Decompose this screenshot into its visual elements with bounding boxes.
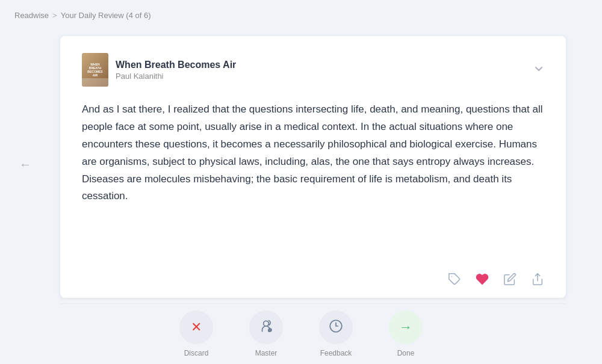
feedback-button[interactable]: Feedback: [319, 310, 353, 357]
edit-button[interactable]: [503, 273, 517, 286]
done-circle: →: [389, 310, 423, 344]
master-icon: $: [258, 318, 274, 337]
favorite-button[interactable]: [476, 273, 489, 286]
book-title: When Breath Becomes Air: [116, 60, 236, 70]
share-button[interactable]: [531, 273, 544, 286]
discard-icon: ✕: [191, 319, 202, 335]
breadcrumb-current: Your Daily Review (4 of 6): [61, 11, 151, 20]
back-button[interactable]: ←: [14, 152, 36, 176]
master-label: Master: [255, 349, 278, 357]
quote-text: And as I sat there, I realized that the …: [82, 101, 544, 263]
discard-button[interactable]: ✕ Discard: [179, 310, 213, 357]
bottom-toolbar: ✕ Discard $ Master: [0, 304, 602, 364]
feedback-icon: [328, 318, 344, 337]
feedback-label: Feedback: [320, 349, 352, 357]
feedback-circle: [319, 310, 353, 344]
book-author: Paul Kalanithi: [116, 72, 236, 81]
action-icons: [82, 263, 544, 286]
tag-button[interactable]: [448, 273, 461, 286]
collapse-button[interactable]: [533, 63, 544, 76]
svg-point-2: [264, 321, 269, 326]
done-button[interactable]: → Done: [389, 310, 423, 357]
discard-label: Discard: [184, 349, 209, 357]
book-header: WHENBREATHBECOMESAIR When Breath Becomes…: [82, 53, 544, 87]
breadcrumb-home[interactable]: Readwise: [14, 11, 49, 20]
breadcrumb-separator: >: [52, 11, 57, 20]
done-label: Done: [397, 349, 415, 357]
done-icon: →: [399, 319, 412, 335]
master-button[interactable]: $ Master: [249, 310, 283, 357]
review-card: WHENBREATHBECOMESAIR When Breath Becomes…: [60, 36, 566, 298]
book-cover: WHENBREATHBECOMESAIR: [82, 53, 108, 87]
discard-circle: ✕: [179, 310, 213, 344]
book-info: WHENBREATHBECOMESAIR When Breath Becomes…: [82, 53, 236, 87]
master-circle: $: [249, 310, 283, 344]
breadcrumb: Readwise > Your Daily Review (4 of 6): [14, 11, 151, 20]
